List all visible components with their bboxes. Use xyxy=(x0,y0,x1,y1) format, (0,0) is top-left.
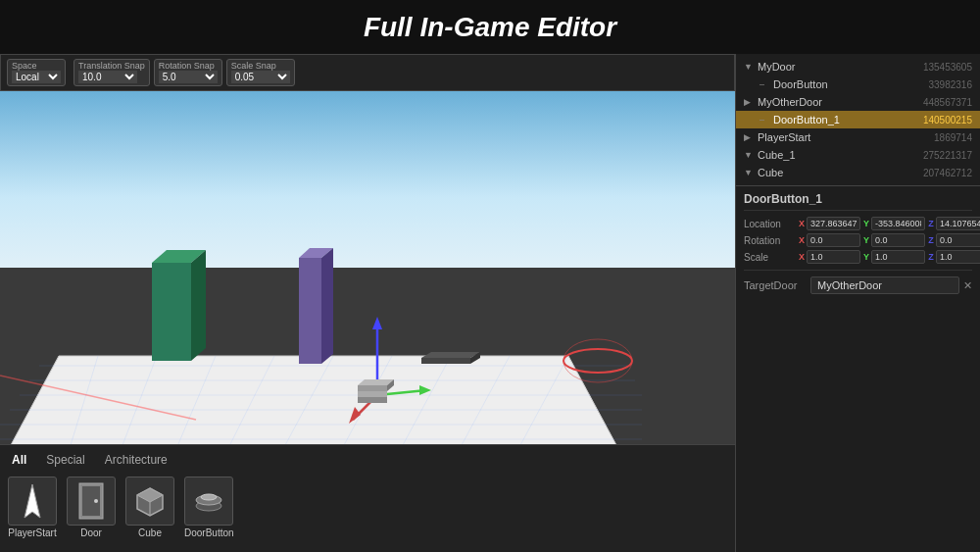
space-select[interactable]: Local xyxy=(12,71,61,83)
bottom-panel: All Special Architecture PlayerStart xyxy=(0,444,735,552)
svg-marker-25 xyxy=(421,352,480,358)
target-door-clear[interactable]: ✕ xyxy=(963,279,972,292)
right-panel: ▼MyDoor135453605–DoorButton33982316▶MyOt… xyxy=(735,54,980,552)
location-z-group: Z xyxy=(927,217,980,230)
hier-name-3: DoorButton_1 xyxy=(773,114,840,125)
scale-x-input[interactable] xyxy=(807,250,860,264)
hier-name-4: PlayerStart xyxy=(758,131,810,143)
tab-architecture[interactable]: Architecture xyxy=(101,451,172,469)
scale-y-axis: Y xyxy=(862,252,870,262)
translation-snap-group: Translation Snap 10.0 xyxy=(74,59,150,86)
page-title: Full In-Game Editor xyxy=(364,12,616,43)
hier-id-2: 448567371 xyxy=(923,97,972,108)
svg-marker-35 xyxy=(358,385,387,391)
door-icon[interactable] xyxy=(67,477,116,526)
rotation-snap-group: Rotation Snap 5.0 xyxy=(154,59,222,86)
asset-doorbutton[interactable]: DoorButton xyxy=(184,477,234,538)
cube-label: Cube xyxy=(138,527,162,538)
main-area: Space Local Translation Snap 10.0 Rotati… xyxy=(0,54,735,552)
hier-name-2: MyOtherDoor xyxy=(758,96,822,108)
hier-name-6: Cube xyxy=(758,167,783,178)
asset-grid: PlayerStart Door xyxy=(0,473,735,542)
location-coords: X Y Z xyxy=(798,217,980,230)
location-y-input[interactable] xyxy=(871,217,925,230)
svg-marker-20 xyxy=(191,250,206,361)
hier-name-5: Cube_1 xyxy=(758,149,796,161)
tab-special[interactable]: Special xyxy=(42,451,88,469)
hier-item-cube_1[interactable]: ▼Cube_1275221317 xyxy=(736,146,980,164)
hier-id-6: 207462712 xyxy=(923,168,972,178)
expand-icon-1[interactable]: – xyxy=(760,79,769,89)
hier-id-5: 275221317 xyxy=(923,150,972,161)
space-label: Space xyxy=(12,62,37,71)
hier-item-playerstart[interactable]: ▶PlayerStart1869714 xyxy=(736,128,980,146)
svg-point-38 xyxy=(564,349,632,373)
expand-icon-2[interactable]: ▶ xyxy=(744,97,754,107)
hier-item-myotherdoor[interactable]: ▶MyOtherDoor448567371 xyxy=(736,93,980,111)
rotation-x-input[interactable] xyxy=(807,233,860,247)
svg-point-39 xyxy=(564,339,632,382)
svg-marker-21 xyxy=(299,258,321,364)
svg-point-44 xyxy=(94,499,98,503)
hierarchy: ▼MyDoor135453605–DoorButton33982316▶MyOt… xyxy=(736,54,980,186)
hier-name-1: DoorButton xyxy=(773,78,828,90)
playerstart-icon[interactable] xyxy=(8,477,57,526)
rotation-snap-select[interactable]: 5.0 xyxy=(159,71,218,83)
location-label: Location xyxy=(744,219,798,229)
hier-item-cube[interactable]: ▼Cube207462712 xyxy=(736,164,980,181)
target-door-input[interactable] xyxy=(810,276,959,294)
asset-playerstart[interactable]: PlayerStart xyxy=(8,477,57,538)
rotation-z-group: Z xyxy=(927,233,980,247)
expand-icon-4[interactable]: ▶ xyxy=(744,132,754,142)
hier-item-mydoor[interactable]: ▼MyDoor135453605 xyxy=(736,58,980,75)
doorbutton-icon[interactable] xyxy=(184,477,233,526)
expand-icon-3[interactable]: – xyxy=(760,115,769,125)
rotation-z-axis: Z xyxy=(927,235,935,245)
hier-name-0: MyDoor xyxy=(758,61,796,73)
scale-label: Scale xyxy=(744,252,798,263)
location-z-axis: Z xyxy=(927,219,935,228)
hier-id-1: 33982316 xyxy=(929,79,973,90)
rotation-z-input[interactable] xyxy=(936,233,980,247)
hier-item-doorbutton[interactable]: –DoorButton33982316 xyxy=(736,75,980,93)
expand-icon-6[interactable]: ▼ xyxy=(744,168,754,177)
asset-door[interactable]: Door xyxy=(67,477,116,538)
hier-left-6: ▼Cube xyxy=(744,167,783,178)
tab-all[interactable]: All xyxy=(8,451,30,469)
hier-id-3: 140500215 xyxy=(923,115,972,125)
svg-marker-24 xyxy=(421,358,470,364)
scale-z-input[interactable] xyxy=(936,250,980,264)
asset-cube[interactable]: Cube xyxy=(125,477,174,538)
cube-icon[interactable] xyxy=(125,477,174,526)
door-label: Door xyxy=(80,527,102,538)
target-door-row: TargetDoor ✕ xyxy=(744,270,972,294)
rotation-row: Rotation X Y Z xyxy=(744,233,972,247)
svg-point-50 xyxy=(201,494,217,500)
location-row: Location X Y Z xyxy=(744,217,972,230)
rotation-x-axis: X xyxy=(798,235,806,245)
rotation-coords: X Y Z xyxy=(798,233,980,247)
scale-snap-group: Scale Snap 0.05 xyxy=(226,59,295,86)
svg-marker-33 xyxy=(358,397,387,403)
scale-coords: X Y Z xyxy=(798,250,980,264)
location-z-input[interactable] xyxy=(936,217,980,230)
rotation-y-input[interactable] xyxy=(871,233,925,247)
playerstart-label: PlayerStart xyxy=(8,527,56,538)
viewport[interactable] xyxy=(0,91,735,444)
expand-icon-0[interactable]: ▼ xyxy=(744,62,754,72)
scale-y-input[interactable] xyxy=(871,250,925,264)
scale-z-axis: Z xyxy=(927,252,935,262)
title-bar: Full In-Game Editor xyxy=(0,0,980,54)
expand-icon-5[interactable]: ▼ xyxy=(744,150,754,160)
location-x-axis: X xyxy=(798,219,806,228)
rotation-y-axis: Y xyxy=(862,235,870,245)
space-group: Space Local xyxy=(7,59,66,86)
translation-snap-select[interactable]: 10.0 xyxy=(78,71,137,83)
location-x-input[interactable] xyxy=(807,217,860,230)
scale-snap-select[interactable]: 0.05 xyxy=(231,71,290,83)
properties-title: DoorButton_1 xyxy=(744,192,972,211)
category-tabs: All Special Architecture xyxy=(0,445,735,473)
hier-left-3: –DoorButton_1 xyxy=(744,114,840,125)
hier-left-5: ▼Cube_1 xyxy=(744,149,796,161)
hier-item-doorbutton_1[interactable]: –DoorButton_1140500215 xyxy=(736,111,980,128)
